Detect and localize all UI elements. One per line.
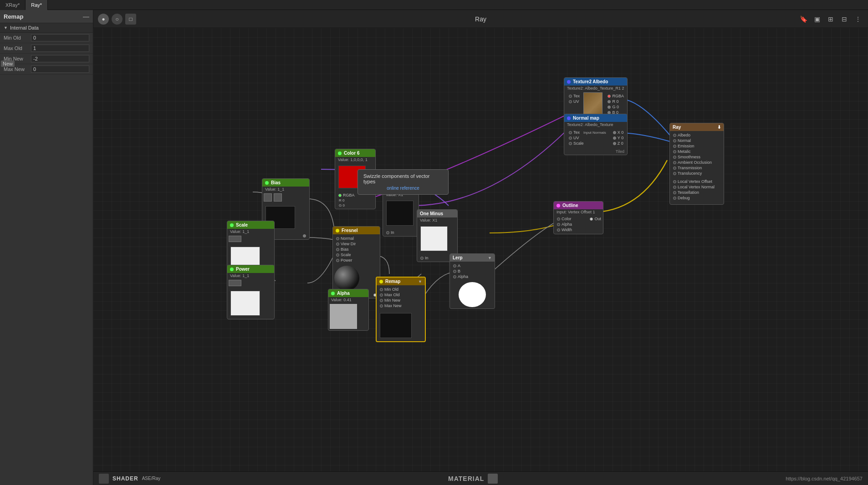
albedo-header: Texture2 Albedo [564, 78, 627, 86]
outline-header: Outline [554, 202, 603, 209]
outline-subtitle: Input: Vertex Offset 1 [554, 209, 603, 215]
expand-icon[interactable]: ⊞ [825, 14, 836, 25]
bias-ctrl2[interactable] [274, 193, 282, 202]
toolbar-icon-3[interactable]: □ [125, 14, 136, 25]
fresnel-node[interactable]: Fresnel Normal View Dir Bias Scale Power [332, 226, 380, 298]
outline-node[interactable]: Outline Input: Vertex Offset 1 ColorOut … [553, 201, 603, 234]
left-panel: Remap — Internal Data Min Old 0 Max Old … [0, 10, 93, 485]
remap-header: Remap ▼ [377, 278, 425, 285]
oneminus-preview [420, 226, 448, 251]
outline-ports: ColorOut Alpha Width [554, 215, 603, 234]
tab-ray[interactable]: Ray* [26, 0, 48, 10]
panel-title: Remap [4, 13, 23, 20]
normalmap-subtitle: Texture2: Albedo_Texture [564, 122, 627, 127]
min-old-row: Min Old 0 [0, 33, 93, 43]
toolbar-title: Ray [475, 15, 486, 23]
scale-subtitle: Value: 1_1 [227, 229, 274, 234]
url-text: https://blog.csdn.net/qq_42194657 [786, 476, 863, 481]
ray-ports: Albedo Normal Emission Metalic Smoothnes… [670, 131, 724, 202]
new-badge: New [1, 61, 15, 67]
power-subtitle: Value: 1_1 [227, 273, 274, 278]
alpha-preview [330, 304, 357, 329]
color-node-subtitle: Value: 1,0,0,0, 1 [335, 157, 375, 162]
albedo-subtitle: Texture2: Albedo_Texture_R1 2 [564, 86, 627, 91]
ray-node[interactable]: Ray ⬇ Albedo Normal Emission Metalic Smo… [669, 123, 724, 205]
toolbar-icon-2[interactable]: ○ [112, 14, 123, 25]
power-node[interactable]: Power Value: 1_1 [227, 265, 275, 319]
bias-header: Bias [262, 179, 309, 187]
material-icon [488, 474, 498, 484]
panel-section-header[interactable]: Internal Data [0, 23, 93, 33]
remap-preview [380, 313, 412, 338]
bottom-left: SHADER ASE/Ray [99, 474, 160, 484]
toolbar-right: 🔖 ▣ ⊞ ⊟ ⋮ [798, 14, 863, 25]
bottom-right: MATERIAL [448, 474, 498, 484]
lerp-ports: A B Alpha [450, 262, 495, 281]
panel-minimize-button[interactable]: — [83, 13, 89, 20]
ray-download-icon[interactable]: ⬇ [717, 125, 721, 130]
tab-xray[interactable]: XRay* [0, 0, 26, 10]
oneminus-header: One Minus [417, 210, 457, 217]
lerp-preview [459, 282, 486, 307]
toolbar-icons: ● ○ □ [98, 14, 136, 25]
normalmap-header: Normal map [564, 114, 627, 122]
swizzle-preview [386, 201, 414, 226]
fresnel-header: Fresnel [333, 227, 380, 234]
alpha-node[interactable]: Alpha Value: 0.41 [328, 289, 369, 331]
bias-subtitle: Value: 1_1 [262, 187, 309, 192]
swizzle-tooltip: Swizzle components of vector types onlin… [357, 169, 449, 195]
shader-icon [99, 474, 109, 484]
remap-node[interactable]: Remap ▼ Min Old Max Old Min New Max New [376, 277, 426, 342]
tab-bar: XRay* Ray* [0, 0, 868, 10]
material-label: MATERIAL [448, 475, 484, 482]
lerp-header: Lerp ▼ [450, 254, 495, 262]
normalmap-node[interactable]: Normal map Texture2: Albedo_Texture TexI… [564, 114, 628, 155]
swizzle-ports: In [383, 229, 419, 236]
toolbar-icon-1[interactable]: ● [98, 14, 109, 25]
grid-icon[interactable]: ▣ [812, 14, 822, 25]
canvas-area[interactable]: ● ○ □ Ray 🔖 ▣ ⊞ ⊟ ⋮ [93, 10, 868, 485]
ray-header: Ray ⬇ [670, 123, 724, 131]
connections-svg [93, 10, 868, 485]
more-icon[interactable]: ⋮ [853, 14, 863, 25]
shader-label: SHADER [112, 475, 138, 482]
tooltip-link[interactable]: online reference [363, 186, 443, 191]
panel-header: Remap — [0, 10, 93, 23]
alpha-subtitle: Value: 0.41 [328, 297, 368, 303]
power-ctrl[interactable] [229, 280, 241, 286]
scale-ctrl[interactable] [229, 236, 241, 242]
layout-icon[interactable]: ⊟ [839, 14, 850, 25]
shader-type: ASE/Ray [142, 476, 161, 481]
normalmap-body: TexInput Normals UV Scale X 0 Y 0 Z 0 [564, 127, 627, 148]
bottom-bar: SHADER ASE/Ray MATERIAL https://blog.csd… [93, 471, 868, 485]
power-preview [230, 291, 260, 316]
color-node-header: Color 6 [335, 149, 375, 157]
alpha-header: Alpha [328, 289, 368, 297]
bookmark-icon[interactable]: 🔖 [798, 14, 809, 25]
power-header: Power [227, 265, 274, 273]
remap-ports: Min Old Max Old Min New Max New [377, 285, 425, 310]
fresnel-ports: Normal View Dir Bias Scale Power [333, 234, 380, 264]
lerp-node[interactable]: Lerp ▼ A B Alpha [449, 253, 495, 309]
fresnel-preview [334, 266, 359, 291]
canvas-toolbar: ● ○ □ Ray 🔖 ▣ ⊞ ⊟ ⋮ [93, 10, 868, 28]
max-old-row: Max Old 1 [0, 43, 93, 54]
bias-ctrl1[interactable] [264, 193, 272, 202]
scale-header: Scale [227, 221, 274, 229]
oneminus-subtitle: Value: X1 [417, 217, 457, 223]
normalmap-footer: Tiled [564, 148, 627, 155]
